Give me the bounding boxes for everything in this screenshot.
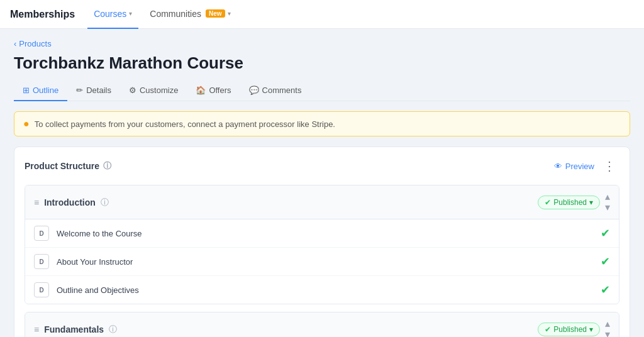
chevron-down-icon-section-2: ▾: [605, 329, 610, 337]
chat-icon: 💬: [249, 86, 259, 95]
outline-icon: ⊞: [23, 86, 30, 95]
new-badge: New: [206, 9, 225, 18]
brand-name: Memberships: [10, 9, 75, 20]
structure-title-label: Product Structure: [25, 161, 99, 171]
structure-actions: 👁 Preview ⋮: [554, 157, 619, 175]
section-introduction-title-group: ≡ Introduction ⓘ: [34, 197, 109, 208]
check-circle-icon-2: ✔: [545, 325, 551, 334]
lesson-published-icon: ✔: [601, 226, 610, 240]
lesson-row[interactable]: D Welcome to the Course ✔: [25, 219, 619, 248]
lesson-name: Welcome to the Course: [57, 229, 601, 238]
lesson-published-icon: ✔: [601, 283, 610, 297]
section-fundamentals-header: ≡ Fundamentals ⓘ ✔ Published ▾ ▴ ▾: [25, 312, 619, 337]
published-badge-fundamentals[interactable]: ✔ Published ▾: [538, 323, 600, 336]
preview-button[interactable]: 👁 Preview: [554, 162, 594, 171]
lesson-type-badge: D: [34, 282, 49, 297]
breadcrumb[interactable]: ‹ Products: [14, 39, 630, 48]
tab-outline[interactable]: ⊞ Outline: [14, 80, 67, 101]
section-fundamentals-name: Fundamentals: [44, 324, 104, 334]
structure-header: Product Structure ⓘ 👁 Preview ⋮: [25, 157, 619, 175]
tab-comments[interactable]: 💬 Comments: [240, 80, 311, 101]
chevron-up-icon-2: ▴: [605, 319, 610, 329]
pencil-icon: ✏: [76, 86, 83, 95]
tab-offers-label: Offers: [209, 86, 231, 95]
expand-collapse-button[interactable]: ▴ ▾: [605, 192, 610, 213]
section-info-icon-2[interactable]: ⓘ: [109, 324, 117, 335]
structure-title-group: Product Structure ⓘ: [25, 160, 111, 172]
breadcrumb-label: Products: [19, 39, 51, 48]
nav-communities-label: Communities: [150, 9, 201, 19]
lesson-type-badge: D: [34, 254, 49, 269]
chevron-down-icon-2: ▾: [228, 10, 231, 17]
alert-banner: ● To collect payments from your customer…: [14, 111, 630, 136]
nav-courses-label: Courses: [94, 9, 126, 19]
lesson-published-icon: ✔: [601, 255, 610, 268]
top-nav: Memberships Courses ▾ Communities New ▾: [0, 0, 644, 29]
tab-bar: ⊞ Outline ✏ Details ⚙ Customize 🏠 Offers…: [14, 80, 630, 101]
drag-handle-icon-2[interactable]: ≡: [34, 324, 39, 334]
section-fundamentals: ≡ Fundamentals ⓘ ✔ Published ▾ ▴ ▾: [25, 312, 619, 337]
tab-customize[interactable]: ⚙ Customize: [120, 80, 187, 101]
section-info-icon[interactable]: ⓘ: [101, 197, 109, 208]
drag-handle-icon[interactable]: ≡: [34, 197, 39, 207]
lesson-name: Outline and Objectives: [57, 285, 601, 295]
page-container: ‹ Products Torchbankz Marathon Course ⊞ …: [1, 29, 643, 337]
nav-communities[interactable]: Communities New ▾: [143, 0, 236, 29]
published-label: Published: [553, 198, 587, 207]
badge-chevron-icon: ▾: [589, 198, 593, 207]
section-introduction-name: Introduction: [44, 197, 96, 207]
tab-details-label: Details: [86, 86, 111, 95]
published-badge-introduction[interactable]: ✔ Published ▾: [538, 196, 600, 209]
lesson-type-badge: D: [34, 226, 49, 241]
chevron-down-icon-section: ▾: [605, 202, 610, 213]
alert-icon: ●: [23, 118, 30, 130]
published-label-2: Published: [553, 325, 587, 334]
chevron-down-icon: ▾: [129, 10, 132, 17]
tab-customize-label: Customize: [140, 86, 178, 95]
section-introduction-controls: ✔ Published ▾ ▴ ▾: [538, 192, 610, 213]
chevron-up-icon: ▴: [605, 192, 610, 202]
lesson-row[interactable]: D About Your Instructor ✔: [25, 248, 619, 276]
section-introduction-header: ≡ Introduction ⓘ ✔ Published ▾ ▴ ▾: [25, 185, 619, 219]
alert-text: To collect payments from your customers,…: [35, 119, 335, 129]
nav-courses[interactable]: Courses ▾: [87, 0, 138, 29]
info-icon[interactable]: ⓘ: [103, 160, 111, 172]
check-circle-icon: ✔: [545, 198, 551, 207]
section-fundamentals-controls: ✔ Published ▾ ▴ ▾: [538, 319, 610, 337]
gear-icon: ⚙: [129, 86, 136, 95]
section-introduction: ≡ Introduction ⓘ ✔ Published ▾ ▴ ▾: [25, 185, 619, 304]
tab-offers[interactable]: 🏠 Offers: [187, 80, 240, 101]
lesson-row[interactable]: D Outline and Objectives ✔: [25, 276, 619, 304]
breadcrumb-chevron: ‹: [14, 39, 16, 48]
tab-details[interactable]: ✏ Details: [67, 80, 120, 101]
structure-card: Product Structure ⓘ 👁 Preview ⋮ ≡ Introd…: [14, 146, 630, 337]
tab-outline-label: Outline: [33, 86, 58, 95]
page-title: Torchbankz Marathon Course: [14, 53, 630, 73]
tab-comments-label: Comments: [262, 86, 302, 95]
section-fundamentals-title-group: ≡ Fundamentals ⓘ: [34, 324, 117, 335]
lesson-name: About Your Instructor: [57, 257, 601, 267]
more-options-button[interactable]: ⋮: [599, 157, 619, 175]
expand-collapse-button-2[interactable]: ▴ ▾: [605, 319, 610, 337]
preview-label: Preview: [565, 162, 594, 171]
eye-icon: 👁: [554, 162, 562, 171]
house-icon: 🏠: [196, 86, 206, 95]
badge-chevron-icon-2: ▾: [589, 325, 593, 334]
